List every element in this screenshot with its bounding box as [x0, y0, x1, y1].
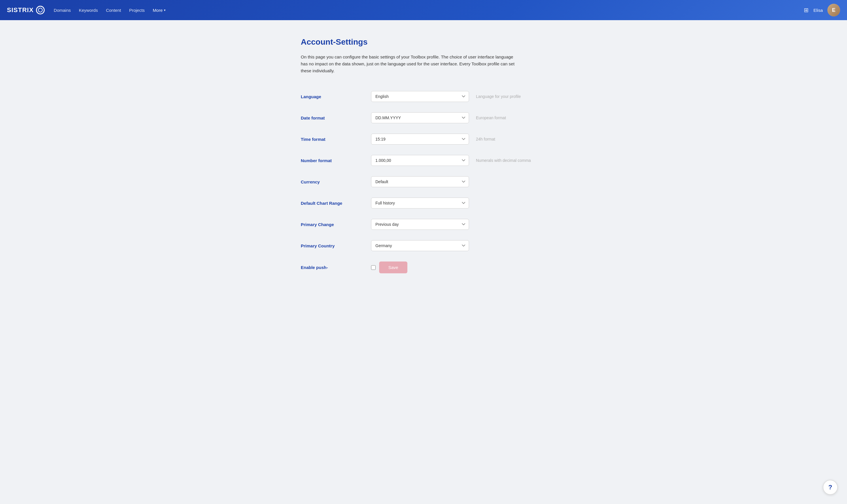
avatar[interactable]: E: [827, 4, 840, 16]
logo-search-icon: [36, 6, 45, 14]
label-number-format: Number format: [301, 158, 364, 163]
nav-link-domains[interactable]: Domains: [54, 8, 71, 13]
label-primary-country: Primary Country: [301, 244, 364, 248]
select-chart-range[interactable]: Full history 1 Year 6 Months 3 Months: [371, 198, 469, 209]
settings-row-primary-change: Primary Change Previous day Previous wee…: [301, 214, 546, 235]
nav-more-dropdown[interactable]: More ▾: [153, 8, 165, 13]
label-currency: Currency: [301, 179, 364, 184]
nav-link-content[interactable]: Content: [106, 8, 121, 13]
label-enable-push: Enable push-: [301, 265, 364, 270]
settings-row-enable-push: Enable push- Save: [301, 256, 546, 278]
navbar: SISTRIX Domains Keywords Content Project…: [0, 0, 847, 20]
chevron-down-icon: ▾: [164, 8, 166, 12]
nav-link-keywords[interactable]: Keywords: [79, 8, 98, 13]
select-primary-country[interactable]: Germany United States United Kingdom Fra…: [371, 240, 469, 251]
settings-row-number-format: Number format 1.000,00 1,000.00 Numerals…: [301, 150, 546, 171]
navbar-right: ⊞ Elisa E: [804, 4, 840, 16]
save-button[interactable]: Save: [379, 262, 407, 273]
label-time-format: Time format: [301, 137, 364, 142]
navbar-left: SISTRIX Domains Keywords Content Project…: [7, 6, 166, 14]
enable-push-control: Save: [371, 262, 469, 273]
hint-date-format: European format: [476, 115, 546, 120]
select-language[interactable]: English German French Spanish: [371, 91, 469, 102]
hint-language: Language for your profile: [476, 94, 546, 99]
settings-row-primary-country: Primary Country Germany United States Un…: [301, 235, 546, 256]
label-language: Language: [301, 94, 364, 99]
settings-row-currency: Currency Default EUR USD GBP: [301, 171, 546, 192]
select-time-format[interactable]: 15:19 3:19 PM: [371, 133, 469, 145]
hint-number-format: Numerals with decimal comma: [476, 158, 546, 163]
logo-text: SISTRIX: [7, 6, 34, 14]
label-chart-range: Default Chart Range: [301, 201, 364, 205]
hint-time-format: 24h format: [476, 137, 546, 141]
select-primary-change[interactable]: Previous day Previous week Previous mont…: [371, 219, 469, 230]
label-primary-change: Primary Change: [301, 222, 364, 227]
main-content: Account-Settings On this page you can co…: [294, 37, 553, 278]
checkbox-enable-push[interactable]: [371, 265, 376, 270]
avatar-image: E: [827, 4, 840, 16]
settings-row-language: Language English German French Spanish L…: [301, 86, 546, 107]
select-currency[interactable]: Default EUR USD GBP: [371, 176, 469, 187]
page-description: On this page you can configure the basic…: [301, 54, 520, 74]
settings-row-date-format: Date format DD.MM.YYYY MM/DD/YYYY YYYY-M…: [301, 107, 546, 128]
nav-more-label: More: [153, 8, 162, 13]
help-button[interactable]: ?: [823, 480, 838, 495]
user-name: Elisa: [813, 8, 823, 13]
nav-links: Domains Keywords Content Projects More ▾: [54, 8, 166, 13]
select-number-format[interactable]: 1.000,00 1,000.00: [371, 155, 469, 166]
settings-row-time-format: Time format 15:19 3:19 PM 24h format: [301, 128, 546, 150]
select-date-format[interactable]: DD.MM.YYYY MM/DD/YYYY YYYY-MM-DD: [371, 112, 469, 123]
settings-container: Language English German French Spanish L…: [301, 86, 546, 278]
grid-icon[interactable]: ⊞: [804, 7, 809, 14]
nav-link-projects[interactable]: Projects: [129, 8, 145, 13]
settings-row-chart-range: Default Chart Range Full history 1 Year …: [301, 192, 546, 214]
logo[interactable]: SISTRIX: [7, 6, 45, 14]
page-title: Account-Settings: [301, 37, 546, 47]
label-date-format: Date format: [301, 115, 364, 120]
help-icon: ?: [828, 484, 832, 491]
